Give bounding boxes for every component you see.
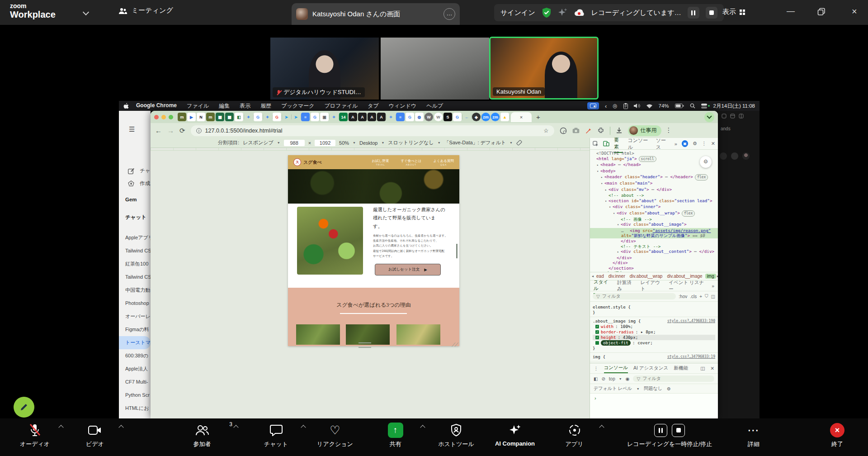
ai-companion-button[interactable]: AI Companion — [485, 422, 545, 447]
console-sidebar-icon[interactable]: ◧ — [594, 376, 598, 381]
rendering-icon[interactable]: ⛉ — [705, 294, 708, 299]
pinned-tab[interactable]: ▦ — [225, 113, 234, 121]
screen-sharing-indicator-icon[interactable] — [587, 102, 599, 109]
dock-icon[interactable]: ◫ — [700, 366, 705, 371]
tab-options-icon[interactable]: … — [443, 8, 455, 20]
styles-filter-input[interactable]: ▽フィルタ — [593, 293, 676, 299]
tab-sources[interactable]: ソース — [656, 137, 670, 151]
chat-button[interactable]: チャット — [252, 422, 300, 448]
address-bar[interactable]: 127.0.0.1:5500/index.html#trial ☆ — [191, 125, 554, 136]
apps-button[interactable]: アプリ — [551, 422, 598, 448]
hamburger-menu-icon[interactable]: ☰ — [129, 125, 135, 133]
context-select[interactable]: top — [609, 376, 615, 381]
dom-tree-node[interactable]: <!DOCTYPE html> — [590, 151, 718, 156]
pinned-tab[interactable]: A — [368, 113, 376, 121]
viewport-corner-resize-handle[interactable]: ⟋⟋ — [452, 342, 458, 348]
chat-history-item[interactable]: CF7 Multi- — [119, 375, 151, 389]
audio-button[interactable]: オーディオ — [12, 422, 57, 448]
pinned-tab[interactable]: ▣ — [320, 113, 329, 121]
site-info-icon[interactable] — [196, 128, 202, 133]
pinned-tab[interactable]: 14 — [339, 113, 348, 121]
site-nav-qa[interactable]: よくある質問Q&A — [433, 159, 454, 166]
tab-console[interactable]: コンソール — [627, 137, 651, 151]
chat-history-item[interactable]: Apple法人 — [119, 362, 151, 375]
pinned-tab[interactable]: zm — [481, 113, 490, 121]
chat-history-item[interactable]: トーストマ — [119, 336, 151, 349]
menu-item[interactable]: ブックマーク — [281, 102, 314, 110]
pinned-tab[interactable]: ← — [462, 113, 471, 121]
spotlight-icon[interactable] — [690, 103, 695, 109]
css-property[interactable]: object-fit: cover; — [593, 340, 715, 346]
apple-icon[interactable] — [123, 103, 129, 109]
traffic-lights[interactable] — [154, 115, 173, 119]
control-center-icon[interactable] — [701, 104, 708, 109]
more-tabs-icon[interactable]: » — [675, 141, 677, 147]
pinned-tab[interactable]: ✦ — [387, 113, 395, 121]
dom-tree-node[interactable]: ▸<div class="mv"> ⋯ </div> — [590, 187, 718, 193]
bookmark-star-icon[interactable]: ☆ — [543, 127, 548, 134]
pinned-tab[interactable]: zm — [491, 113, 500, 121]
sync-icon[interactable]: ▣ — [682, 140, 688, 147]
new-tab-button[interactable]: + — [536, 113, 540, 121]
reactions-button[interactable]: ♡ リアクション — [308, 422, 362, 448]
pinned-tab[interactable]: G — [406, 113, 414, 121]
chrome-menu-icon[interactable]: … — [666, 127, 674, 134]
minimize-button[interactable]: — — [787, 6, 795, 16]
console-prompt[interactable]: › — [590, 394, 718, 418]
keyboard-icon[interactable]: ◎ — [613, 103, 617, 109]
chevron-left-icon[interactable]: ‹ — [605, 103, 607, 109]
dom-tree-node[interactable]: ▾<main class="main"> — [590, 180, 718, 187]
tab-ai-assistance[interactable]: AI アシスタンス — [633, 365, 668, 371]
dom-tree-node[interactable]: ▾<div class="inner"> — [590, 204, 718, 210]
chat-history-item[interactable]: 600:389の — [119, 349, 151, 362]
menu-item[interactable]: ヘルプ — [426, 102, 443, 110]
chat-history-item[interactable]: Python Scr — [119, 389, 151, 402]
pinned-tab[interactable]: ✦ — [330, 113, 338, 121]
menu-item[interactable]: ファイル — [187, 102, 209, 110]
chat-options-chevron[interactable] — [301, 425, 306, 430]
breadcrumb-item[interactable]: div.about__image — [665, 274, 704, 279]
zoom-select[interactable]: 50% — [339, 140, 349, 146]
eye-icon[interactable]: ◉ — [626, 376, 630, 381]
css-rule[interactable]: .about__image img {style.css?…4796833:19… — [590, 317, 718, 353]
device-toolbar-icon[interactable] — [603, 141, 609, 147]
tab-whats-new[interactable]: 新機能 — [674, 365, 688, 371]
viewport-resize-handle[interactable] — [359, 342, 371, 348]
pinned-tab[interactable]: ➤ — [282, 113, 291, 121]
video-button[interactable]: ビデオ — [72, 422, 118, 448]
pinned-tab[interactable]: ◆ — [472, 113, 481, 121]
more-button[interactable]: ⋯ 詳細 — [733, 422, 774, 448]
pinned-tab[interactable]: W — [425, 113, 433, 121]
devtools-close-icon[interactable]: ✕ — [711, 141, 715, 147]
new-chat-button[interactable]: チャッ — [128, 167, 151, 174]
pinned-tab[interactable]: S — [443, 113, 452, 121]
cls-toggle[interactable]: .cls — [690, 294, 697, 299]
dom-tree-node[interactable]: ▸<head> ⋯ </head> — [590, 162, 718, 168]
share-button[interactable]: ↑ 共有 — [372, 422, 419, 448]
clipboard-icon[interactable] — [623, 103, 628, 109]
extensions-icon[interactable] — [597, 127, 604, 134]
tab-styles[interactable]: スタイル — [594, 278, 612, 294]
tab-console-drawer[interactable]: コンソール — [604, 363, 628, 373]
css-rule[interactable]: element.style {} — [590, 303, 718, 317]
css-rule[interactable]: img {style.css?…34796833:19 — [590, 353, 718, 361]
dom-tree-node[interactable]: ▾<div class="about__image"> — [590, 222, 718, 228]
chat-history-item[interactable]: 中国電力動 — [119, 284, 151, 297]
chat-history-item[interactable]: Figmaの料 — [119, 323, 151, 336]
menu-item[interactable]: 表示 — [240, 102, 250, 110]
chat-history-item[interactable]: オーバーレ — [119, 310, 151, 323]
sidebar-toggle-icon[interactable]: ◫ — [711, 294, 715, 299]
site-nav-about[interactable]: すぐ食べとはABOUT — [401, 159, 421, 166]
dom-tree-node[interactable]: ▸<div class="about__content"> ⋯ </div> — [590, 249, 718, 255]
settings-gear-icon[interactable]: ⚙ — [693, 141, 697, 147]
color-picker-icon[interactable] — [585, 127, 592, 134]
tab-event-listeners[interactable]: イベント リスナー — [669, 280, 706, 292]
pinned-tab[interactable]: ▶ — [187, 113, 196, 121]
recording-controls[interactable]: レコーディングを一時停止/停止 — [608, 422, 731, 448]
savedata-select[interactable]: 「Save-Data」: デフォルト — [444, 139, 506, 146]
tab-search-chevron-icon[interactable] — [704, 112, 714, 122]
inspect-icon[interactable] — [593, 141, 599, 147]
pinned-tab[interactable]: W — [434, 113, 443, 121]
host-tools-button[interactable]: ホストツール — [427, 422, 485, 448]
menu-item[interactable]: 履歴 — [260, 102, 271, 110]
